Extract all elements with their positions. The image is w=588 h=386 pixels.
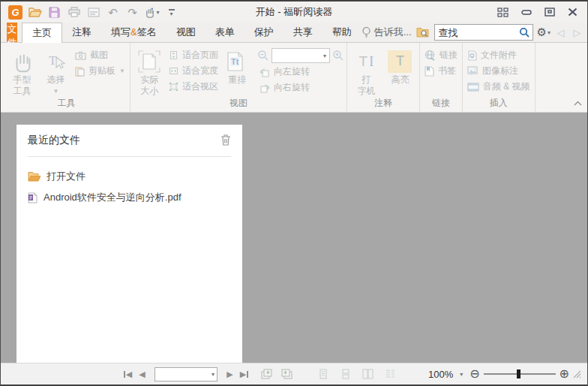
search-folder-button[interactable]: [416, 24, 430, 41]
close-button[interactable]: [561, 4, 584, 20]
group-label-view: 视图: [133, 97, 344, 112]
tab-share[interactable]: 共享: [284, 23, 322, 42]
facing-pages-icon: [362, 369, 374, 379]
previous-page-button[interactable]: ◀: [135, 366, 149, 381]
fit-page-button[interactable]: 适合页面: [166, 47, 220, 63]
find-input[interactable]: [439, 27, 519, 38]
zoom-out-button[interactable]: [257, 48, 269, 64]
fit-width-icon: [169, 66, 178, 76]
maximize-icon: [544, 8, 555, 17]
tab-form[interactable]: 表单: [206, 23, 244, 42]
printer-icon: [68, 7, 80, 17]
open-file-item[interactable]: 打开文件: [28, 166, 231, 187]
recent-file-item[interactable]: Android软件安全与逆向分析.pdf: [28, 187, 231, 208]
previous-view-button[interactable]: [260, 366, 274, 381]
arrange-windows-button[interactable]: [491, 4, 514, 20]
redo-button[interactable]: ↷: [123, 4, 142, 20]
fit-width-button[interactable]: 适合宽度: [166, 63, 220, 79]
actual-size-button[interactable]: 实际 大小: [133, 46, 166, 97]
app-window: G ↶ ↷ ▾ ▾ 开始 - 福昕阅读器: [0, 0, 588, 386]
bookmark-button[interactable]: 书签: [422, 63, 460, 79]
find-magnifier-icon[interactable]: [519, 27, 530, 38]
continuous-view-button[interactable]: [338, 366, 352, 381]
select-tool-button[interactable]: T 选择 ▼: [39, 46, 73, 97]
gear-icon: ⚙: [537, 26, 547, 39]
first-page-button[interactable]: ◀: [121, 366, 135, 381]
close-icon: [568, 8, 578, 17]
first-page-bar: [124, 371, 125, 378]
hand-tool-label-line2: 工具: [14, 86, 32, 97]
hand-tool-button[interactable]: 手型 工具: [5, 46, 39, 97]
tab-protect[interactable]: 保护: [244, 23, 284, 42]
facing-view-button[interactable]: [361, 366, 375, 381]
fit-visible-label: 适合视区: [182, 80, 218, 93]
reflow-label: 重排: [228, 74, 246, 86]
tell-me-label: 告诉我...: [374, 26, 412, 39]
highlight-icon: T: [388, 50, 412, 73]
undo-button[interactable]: ↶: [104, 4, 122, 20]
zoom-slider[interactable]: [484, 368, 556, 380]
rotate-right-button[interactable]: 向右旋转: [257, 80, 344, 95]
highlight-button[interactable]: T 高亮: [383, 46, 417, 86]
clipboard-button[interactable]: 剪贴板 ▼: [73, 63, 128, 79]
zoom-in-button[interactable]: [332, 48, 344, 64]
hand-tool-quick-button[interactable]: ▾: [142, 4, 161, 20]
history-forward-button[interactable]: ▷: [571, 27, 584, 38]
open-file-button[interactable]: [26, 4, 44, 20]
file-attachment-button[interactable]: 文件附件: [465, 47, 532, 63]
zoom-in-statusbar-button[interactable]: ⊕: [560, 368, 569, 380]
highlight-icon-letter: T: [396, 56, 404, 67]
tab-bar-right-tools: 告诉我... ⚙ ▾ ◁ ▷: [362, 23, 587, 42]
single-page-view-button[interactable]: [316, 366, 330, 381]
continuous-facing-view-button[interactable]: [383, 366, 398, 381]
settings-gear-button[interactable]: ⚙ ▾: [537, 26, 550, 39]
last-page-button[interactable]: ▶: [237, 366, 251, 381]
link-button[interactable]: 链接: [422, 47, 460, 63]
next-view-button[interactable]: [279, 366, 293, 381]
typewriter-icon-i: I: [369, 56, 374, 67]
tab-fill-sign[interactable]: 填写&签名: [101, 23, 166, 42]
page-combo-caret[interactable]: ▾: [212, 371, 214, 378]
collapse-ribbon-button[interactable]: [574, 97, 582, 108]
zoom-controls: 100% ▾ ⊖ ⊕: [428, 366, 581, 381]
app-menu-button[interactable]: G: [6, 4, 25, 20]
tab-help[interactable]: 帮助: [322, 23, 362, 42]
snapshot-button[interactable]: 截图: [73, 47, 128, 63]
minimize-button[interactable]: [514, 4, 538, 20]
rotate-left-button[interactable]: 向左旋转: [257, 64, 344, 80]
save-button[interactable]: [45, 4, 64, 20]
zoom-combo-input[interactable]: [275, 50, 323, 61]
clear-recent-button[interactable]: [220, 134, 231, 148]
customize-quick-access-button[interactable]: ▾: [162, 4, 181, 20]
next-page-button[interactable]: ▶: [223, 366, 237, 381]
tell-me-button[interactable]: 告诉我...: [362, 26, 412, 39]
typewriter-button[interactable]: TI 打 字机: [350, 46, 383, 97]
svg-text:T: T: [49, 53, 57, 68]
zoom-combo-caret[interactable]: ▾: [323, 53, 326, 59]
ribbon-group-link: 链接 书签 链接: [420, 43, 463, 112]
email-button[interactable]: [84, 4, 103, 20]
resize-grip-icon[interactable]: [573, 370, 581, 378]
foxit-logo-icon: G: [8, 5, 22, 20]
tab-file[interactable]: 文件: [7, 23, 17, 42]
tab-comment[interactable]: 注释: [62, 23, 101, 42]
fit-visible-button[interactable]: 适合视区: [166, 79, 220, 95]
reflow-button[interactable]: Tt 重排: [220, 46, 254, 86]
tab-home[interactable]: 主页: [22, 23, 62, 43]
print-button[interactable]: [64, 4, 83, 20]
audio-video-button[interactable]: 音频 & 视频: [465, 79, 532, 95]
hand-tool-label-line1: 手型: [14, 74, 32, 86]
audio-video-label: 音频 & 视频: [483, 80, 530, 93]
snapshot-label: 截图: [90, 49, 108, 62]
recent-files-title: 最近的文件: [28, 134, 80, 147]
maximize-button[interactable]: [538, 4, 561, 20]
page-number-input[interactable]: [158, 369, 212, 379]
recent-files-list: 打开文件 Android软件安全与逆向分析.pdf: [28, 157, 231, 208]
group-label-insert: 插入: [465, 97, 532, 112]
tab-view[interactable]: 视图: [166, 23, 206, 42]
zoom-level-dropdown[interactable]: ▾: [457, 366, 466, 381]
zoom-out-statusbar-button[interactable]: ⊖: [470, 368, 479, 380]
history-back-button[interactable]: ◁: [554, 27, 567, 38]
image-annotation-button[interactable]: 图像标注: [465, 63, 532, 79]
zoom-slider-thumb[interactable]: [517, 369, 520, 378]
